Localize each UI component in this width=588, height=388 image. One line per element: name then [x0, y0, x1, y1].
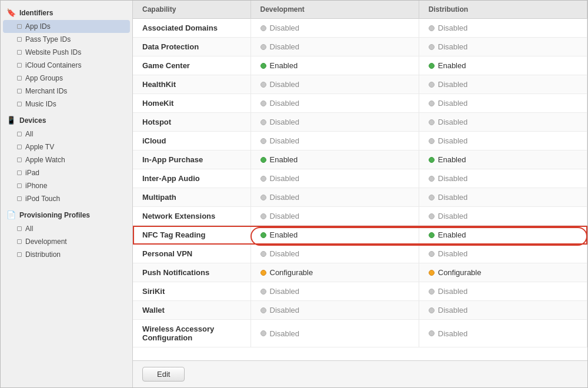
sidebar-item-icloud-containers[interactable]: iCloud Containers — [1, 59, 132, 72]
capability-table: Capability Development Distribution Asso… — [133, 1, 587, 347]
dev-status-homekit: Disabled — [250, 94, 419, 113]
dev-dot-nfc-tag-reading — [260, 232, 266, 238]
dev-text-network-extensions: Disabled — [270, 212, 300, 220]
dev-status-healthkit: Disabled — [250, 75, 419, 94]
col-development: Development — [250, 1, 419, 19]
dist-dot-in-app-purchase — [429, 157, 435, 163]
sidebar-item-ipad[interactable]: iPad — [1, 166, 132, 179]
dist-status-game-center: Enabled — [419, 56, 587, 75]
table-row: SiriKitDisabledDisabled — [133, 282, 587, 301]
sidebar-item-bullet-app-ids — [17, 24, 22, 29]
capability-name-push-notifications: Push Notifications — [133, 263, 250, 282]
dist-text-homekit: Disabled — [438, 99, 468, 108]
dist-dot-icloud — [429, 138, 435, 144]
sidebar-item-pass-type-ids[interactable]: Pass Type IDs — [1, 33, 132, 46]
sidebar-section-header-devices: 📱Devices — [1, 113, 132, 128]
capability-name-multipath: Multipath — [133, 188, 250, 207]
dev-text-homekit: Disabled — [270, 99, 300, 108]
capability-name-hotspot: Hotspot — [133, 113, 250, 132]
capability-name-personal-vpn: Personal VPN — [133, 245, 250, 263]
capability-name-wireless-accessory: Wireless Accessory Configuration — [133, 320, 250, 347]
table-row: Network ExtensionsDisabledDisabled — [133, 207, 587, 226]
dist-text-wallet: Disabled — [438, 306, 468, 315]
dev-dot-multipath — [260, 195, 266, 200]
sidebar-item-bullet-development — [17, 239, 22, 244]
capability-name-in-app-purchase: In-App Purchase — [133, 150, 250, 169]
table-row: Inter-App AudioDisabledDisabled — [133, 169, 587, 188]
capability-name-wallet: Wallet — [133, 301, 250, 320]
table-row: Push NotificationsConfigurableConfigurab… — [133, 263, 587, 282]
sidebar-item-label-website-push-ids: Website Push IDs — [25, 48, 81, 56]
sidebar-item-label-all-profiles: All — [25, 225, 33, 233]
sidebar-section-devices: 📱DevicesAllApple TVApple WatchiPadiPhone… — [1, 113, 132, 205]
dev-dot-inter-app-audio — [260, 176, 266, 182]
sidebar-item-apple-watch[interactable]: Apple Watch — [1, 153, 132, 166]
dev-text-game-center: Enabled — [270, 61, 298, 70]
sidebar-item-development[interactable]: Development — [1, 235, 132, 248]
sidebar-section-label-devices: Devices — [19, 116, 46, 125]
dev-dot-data-protection — [260, 44, 266, 50]
dist-status-wallet: Disabled — [419, 301, 587, 320]
dist-text-healthkit: Disabled — [438, 80, 468, 89]
dist-status-multipath: Disabled — [419, 188, 587, 207]
sidebar-item-merchant-ids[interactable]: Merchant IDs — [1, 85, 132, 98]
dev-text-hotspot: Disabled — [270, 118, 300, 126]
dev-status-sirikit: Disabled — [250, 282, 419, 301]
content-table-wrapper[interactable]: Capability Development Distribution Asso… — [133, 1, 587, 360]
content-area: Capability Development Distribution Asso… — [133, 1, 587, 387]
dist-text-multipath: Disabled — [438, 193, 468, 202]
sidebar-item-label-development: Development — [25, 238, 67, 246]
dev-dot-associated-domains — [260, 25, 266, 31]
dist-dot-network-extensions — [429, 213, 435, 219]
dev-dot-personal-vpn — [260, 251, 266, 257]
capability-name-nfc-tag-reading: NFC Tag Reading — [133, 226, 250, 245]
sidebar-item-app-ids[interactable]: App IDs — [3, 20, 130, 33]
dev-status-wireless-accessory: Disabled — [250, 320, 419, 347]
sidebar-section-header-identifiers: 🔖Identifiers — [1, 5, 132, 20]
dist-dot-personal-vpn — [429, 251, 435, 257]
sidebar-item-all-profiles[interactable]: All — [1, 222, 132, 235]
dev-status-associated-domains: Disabled — [250, 19, 419, 38]
sidebar-item-iphone[interactable]: iPhone — [1, 179, 132, 192]
sidebar-item-bullet-pass-type-ids — [17, 37, 22, 42]
dev-text-data-protection: Disabled — [270, 42, 300, 51]
sidebar-item-website-push-ids[interactable]: Website Push IDs — [1, 46, 132, 59]
sidebar-item-music-ids[interactable]: Music IDs — [1, 98, 132, 111]
sidebar-item-label-merchant-ids: Merchant IDs — [25, 87, 67, 95]
dev-text-personal-vpn: Disabled — [270, 249, 300, 258]
sidebar-item-bullet-iphone — [17, 183, 22, 188]
sidebar-item-label-apple-tv: Apple TV — [25, 143, 54, 151]
dev-status-icloud: Disabled — [250, 132, 419, 150]
sidebar-item-app-groups[interactable]: App Groups — [1, 72, 132, 85]
sidebar-item-label-ipod-touch: iPod Touch — [25, 195, 60, 203]
sidebar-item-all-devices[interactable]: All — [1, 128, 132, 141]
sidebar-item-ipod-touch[interactable]: iPod Touch — [1, 192, 132, 205]
edit-button[interactable]: Edit — [142, 367, 185, 382]
sidebar-item-label-iphone: iPhone — [25, 182, 47, 190]
sidebar-item-apple-tv[interactable]: Apple TV — [1, 141, 132, 153]
sidebar-item-bullet-website-push-ids — [17, 50, 22, 55]
dev-status-in-app-purchase: Enabled — [250, 150, 419, 169]
dev-text-push-notifications: Configurable — [270, 268, 313, 277]
dev-text-in-app-purchase: Enabled — [270, 155, 298, 164]
dev-status-personal-vpn: Disabled — [250, 245, 419, 263]
dev-text-multipath: Disabled — [270, 193, 300, 202]
main-content: Capability Development Distribution Asso… — [133, 1, 587, 387]
sidebar-item-bullet-merchant-ids — [17, 89, 22, 93]
dev-dot-game-center — [260, 63, 266, 69]
sidebar-item-label-app-ids: App IDs — [25, 22, 51, 31]
table-row: Data ProtectionDisabledDisabled — [133, 38, 587, 56]
dist-dot-associated-domains — [429, 25, 435, 31]
dist-dot-data-protection — [429, 44, 435, 50]
sidebar-item-bullet-ipod-touch — [17, 196, 22, 201]
dist-text-sirikit: Disabled — [438, 287, 468, 296]
dist-status-healthkit: Disabled — [419, 75, 587, 94]
sidebar-item-distribution[interactable]: Distribution — [1, 248, 132, 261]
sidebar-item-bullet-app-groups — [17, 76, 22, 81]
capability-name-game-center: Game Center — [133, 56, 250, 75]
dev-text-sirikit: Disabled — [270, 287, 300, 296]
dist-status-data-protection: Disabled — [419, 38, 587, 56]
sidebar-item-bullet-ipad — [17, 170, 22, 175]
capability-name-associated-domains: Associated Domains — [133, 19, 250, 38]
sidebar-item-label-pass-type-ids: Pass Type IDs — [25, 35, 71, 44]
